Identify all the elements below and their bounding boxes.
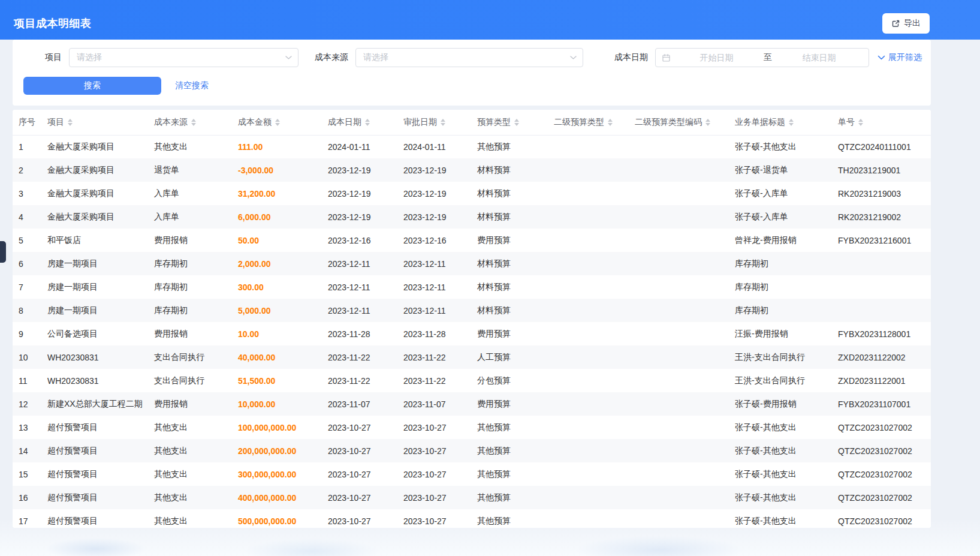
cell-doc-title: 王洪-支出合同执行 [729, 369, 832, 392]
sort-caret-icons[interactable] [441, 119, 445, 126]
cell-approval-date: 2023-10-27 [397, 416, 471, 439]
sort-caret-icons[interactable] [68, 119, 73, 126]
column-header-cost-amount[interactable]: 成本金额 [232, 110, 322, 135]
column-header-budget-type[interactable]: 预算类型 [471, 110, 548, 135]
cell-doc-number: RK20231219003 [832, 182, 931, 205]
expand-filters-link[interactable]: 展开筛选 [878, 52, 922, 63]
cell-cost-amount: 2,000.00 [232, 252, 322, 275]
cell-cost-date: 2023-11-22 [322, 369, 397, 392]
column-header-doc-title[interactable]: 业务单据标题 [729, 110, 832, 135]
sort-asc-icon[interactable] [275, 119, 280, 122]
sort-desc-icon[interactable] [608, 123, 613, 126]
sort-desc-icon[interactable] [858, 123, 863, 126]
column-label: 成本来源 [154, 117, 188, 128]
sort-desc-icon[interactable] [275, 123, 280, 126]
cell-doc-number: FYBX20231216001 [832, 229, 931, 252]
column-label: 单号 [838, 117, 855, 128]
cell-sub-budget-code [629, 509, 729, 528]
column-header-project[interactable]: 项目 [41, 110, 148, 135]
sort-desc-icon[interactable] [705, 123, 710, 126]
column-header-doc-number[interactable]: 单号 [832, 110, 931, 135]
cell-index: 17 [13, 509, 41, 528]
cell-sub-budget-code [629, 158, 729, 182]
sort-asc-icon[interactable] [441, 119, 445, 122]
sort-caret-icons[interactable] [275, 119, 280, 126]
cell-cost-amount: 6,000.00 [232, 205, 322, 229]
sidebar-collapse-handle[interactable] [0, 241, 6, 263]
cell-cost-amount: 50.00 [232, 229, 322, 252]
cell-approval-date: 2023-10-27 [397, 509, 471, 528]
column-header-sub-budget-type[interactable]: 二级预算类型 [548, 110, 629, 135]
export-button[interactable]: 导出 [882, 13, 930, 34]
cell-cost-source: 其他支出 [148, 135, 232, 158]
cell-sub-budget-type [548, 416, 629, 439]
column-header-cost-source[interactable]: 成本来源 [148, 110, 232, 135]
sort-asc-icon[interactable] [789, 119, 794, 122]
column-header-approval-date[interactable]: 审批日期 [397, 110, 471, 135]
clear-search-link[interactable]: 清空搜索 [175, 80, 209, 91]
sort-asc-icon[interactable] [68, 119, 73, 122]
cell-budget-type: 其他预算 [471, 135, 548, 158]
sort-asc-icon[interactable] [514, 119, 519, 122]
cell-cost-source: 支出合同执行 [148, 369, 232, 392]
sort-asc-icon[interactable] [705, 119, 710, 122]
sort-asc-icon[interactable] [191, 119, 196, 122]
sort-desc-icon[interactable] [68, 123, 73, 126]
chevron-down-icon [878, 55, 885, 60]
chevron-down-icon [570, 56, 577, 59]
sort-caret-icons[interactable] [514, 119, 519, 126]
cell-budget-type: 费用预算 [471, 322, 548, 345]
cell-cost-date: 2023-10-27 [322, 439, 397, 462]
column-label: 预算类型 [477, 117, 511, 128]
end-date-input[interactable] [776, 53, 863, 62]
project-select[interactable]: 请选择 [69, 48, 298, 67]
cell-doc-title: 库存期初 [729, 299, 832, 322]
cell-cost-amount: 400,000,000.00 [232, 486, 322, 509]
cell-project: WH20230831 [41, 369, 148, 392]
cell-sub-budget-type [548, 229, 629, 252]
cell-cost-amount: -3,000.00 [232, 158, 322, 182]
cell-approval-date: 2023-12-19 [397, 205, 471, 229]
sort-desc-icon[interactable] [191, 123, 196, 126]
sort-desc-icon[interactable] [365, 123, 370, 126]
sort-asc-icon[interactable] [858, 119, 863, 122]
cell-sub-budget-code [629, 369, 729, 392]
cell-approval-date: 2023-10-27 [397, 462, 471, 486]
date-range-separator: 至 [760, 52, 776, 63]
cell-project: 金融大厦采购项目 [41, 158, 148, 182]
cell-project: 房建一期项目 [41, 275, 148, 299]
column-header-sub-budget-code[interactable]: 二级预算类型编码 [629, 110, 729, 135]
cell-approval-date: 2023-12-19 [397, 182, 471, 205]
cell-budget-type: 其他预算 [471, 439, 548, 462]
sort-desc-icon[interactable] [514, 123, 519, 126]
cost-source-select[interactable]: 请选择 [355, 48, 583, 67]
cell-cost-amount: 200,000,000.00 [232, 439, 322, 462]
table-row: 2金融大厦采购项目退货单-3,000.002023-12-192023-12-1… [13, 158, 931, 182]
cost-date-range-picker[interactable]: 至 [655, 48, 869, 67]
sort-asc-icon[interactable] [608, 119, 613, 122]
column-header-cost-date[interactable]: 成本日期 [322, 110, 397, 135]
cell-doc-number: QTZC20231027002 [832, 509, 931, 528]
table-row: 4金融大厦采购项目入库单6,000.002023-12-192023-12-19… [13, 205, 931, 229]
sort-desc-icon[interactable] [441, 123, 445, 126]
sort-desc-icon[interactable] [789, 123, 794, 126]
sort-caret-icons[interactable] [789, 119, 794, 126]
start-date-input[interactable] [673, 53, 760, 62]
cell-sub-budget-type [548, 205, 629, 229]
cell-doc-number: FYBX20231107001 [832, 392, 931, 416]
table-row: 12新建XX总部大厦工程二期费用报销10,000.002023-11-07202… [13, 392, 931, 416]
sort-caret-icons[interactable] [705, 119, 710, 126]
cell-doc-number: QTZC20231027002 [832, 439, 931, 462]
cell-sub-budget-type [548, 392, 629, 416]
sort-caret-icons[interactable] [365, 119, 370, 126]
sort-caret-icons[interactable] [858, 119, 863, 126]
cell-approval-date: 2023-12-11 [397, 299, 471, 322]
sort-caret-icons[interactable] [608, 119, 613, 126]
cell-doc-title: 库存期初 [729, 275, 832, 299]
sort-caret-icons[interactable] [191, 119, 196, 126]
cell-project: 金融大厦采购项目 [41, 135, 148, 158]
search-button[interactable]: 搜索 [23, 77, 161, 95]
cell-sub-budget-code [629, 345, 729, 369]
cell-cost-source: 库存期初 [148, 299, 232, 322]
sort-asc-icon[interactable] [365, 119, 370, 122]
